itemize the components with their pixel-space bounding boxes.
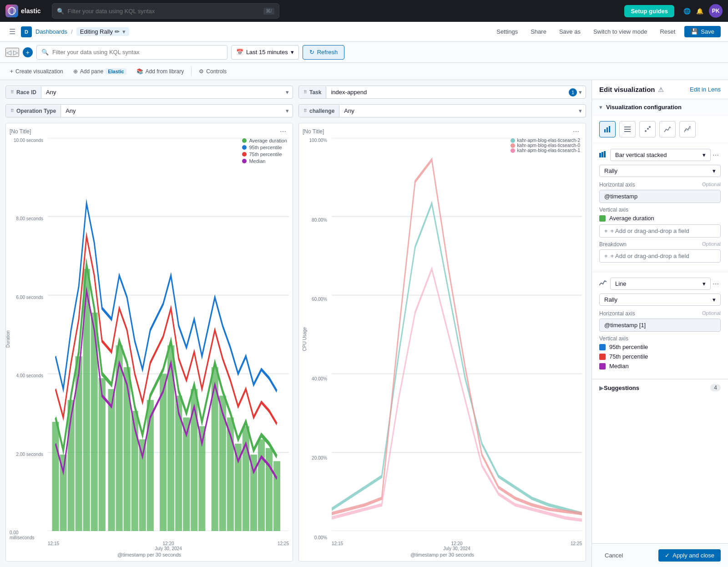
sidebar-toggle-icon[interactable]: ☰ bbox=[7, 25, 17, 38]
calendar-icon: 📅 bbox=[236, 49, 243, 56]
viz-type-list-button[interactable] bbox=[619, 121, 636, 137]
cancel-button[interactable]: Cancel bbox=[599, 549, 628, 562]
task-filter[interactable]: ⠿ Task index-append 1 ▾ bbox=[298, 86, 586, 99]
horizontal-axis-section-2: Horizontal axis Optional @timestamp [1] bbox=[599, 310, 721, 332]
viz-type-area-button[interactable] bbox=[659, 121, 676, 137]
chart-panel-right: [No Title] ⋯ 100.00% 80.00% 60.00% 40.00… bbox=[298, 123, 586, 562]
viz-config-section-header[interactable]: ▾ Visualization configuration bbox=[592, 99, 728, 116]
elastic-badge: Elastic bbox=[106, 68, 126, 75]
global-search-bar[interactable]: 🔍 ⌘/ bbox=[52, 3, 279, 19]
library-icon: 📚 bbox=[136, 68, 143, 75]
y-tick: 8.00 seconds bbox=[16, 216, 44, 221]
race-id-filter[interactable]: ⠿ Race ID Any ▾ bbox=[5, 86, 293, 99]
series-data-source-2[interactable]: Rally ▾ bbox=[599, 294, 721, 306]
apply-close-button[interactable]: ✓ Apply and close bbox=[658, 549, 721, 562]
series-options-button-1[interactable]: ⋯ bbox=[711, 150, 721, 161]
svg-rect-43 bbox=[607, 127, 608, 132]
save-button[interactable]: 💾 Save bbox=[684, 26, 721, 37]
svg-rect-51 bbox=[599, 153, 601, 157]
chart-x-ticks-right: 12:15 12:20 12:25 bbox=[303, 541, 582, 546]
breadcrumb-current: Editing Rally ✏ ▾ bbox=[76, 27, 129, 36]
chart-title-right: [No Title] bbox=[303, 128, 324, 135]
time-picker[interactable]: 📅 Last 15 minutes ▾ bbox=[231, 45, 299, 60]
settings-button[interactable]: Settings bbox=[493, 26, 521, 37]
chart-menu-button-left[interactable]: ⋯ bbox=[277, 127, 289, 136]
svg-rect-25 bbox=[191, 389, 197, 531]
reset-button[interactable]: Reset bbox=[656, 26, 679, 37]
task-label: ⠿ Task bbox=[299, 86, 326, 98]
operation-type-filter[interactable]: ⠿ Operation Type Any ▾ bbox=[5, 104, 293, 117]
add-panel-toolbar-button[interactable]: ⊕ Add pane Elastic bbox=[69, 65, 131, 78]
save-as-button[interactable]: Save as bbox=[556, 26, 584, 37]
setup-guides-button[interactable]: Setup guides bbox=[624, 5, 674, 17]
vertical-axis-label-2: Vertical axis bbox=[599, 335, 721, 342]
viz-type-more-button[interactable] bbox=[679, 121, 696, 137]
svg-rect-14 bbox=[99, 378, 106, 531]
right-panel-header: Edit visualization ⚠ Edit in Lens bbox=[592, 80, 728, 99]
chart-x-ticks-left: 12:15 12:20 12:25 bbox=[10, 541, 289, 546]
horizontal-axis-field-1[interactable]: @timestamp bbox=[599, 190, 721, 203]
breadcrumb-chevron-icon[interactable]: ▾ bbox=[122, 28, 126, 35]
refresh-button[interactable]: ↻ Refresh bbox=[303, 45, 345, 60]
add-breakdown-icon: + bbox=[604, 253, 608, 259]
vertical-metric-item-1: Average duration bbox=[599, 215, 721, 222]
legend-dot bbox=[511, 143, 515, 148]
chart-body-right: 100.00% 80.00% 60.00% 40.00% 20.00% 0.00… bbox=[303, 138, 582, 540]
viz-type-bar-button[interactable] bbox=[599, 121, 616, 137]
vertical-axis-label-1: Vertical axis bbox=[599, 207, 721, 213]
metric-name: Average duration bbox=[609, 215, 654, 222]
nav-icons: 🌐 🔔 PK bbox=[683, 4, 723, 18]
series-block-1: Bar vertical stacked ▾ ⋯ Rally ▾ Horizon… bbox=[592, 143, 728, 272]
add-vertical-field-button-1[interactable]: + + Add or drag-and-drop a field bbox=[599, 224, 721, 238]
series-options-button-2[interactable]: ⋯ bbox=[711, 278, 721, 289]
horizontal-axis-field-2[interactable]: @timestamp [1] bbox=[599, 319, 721, 332]
chart-body-left: 10.00 seconds 8.00 seconds 6.00 seconds … bbox=[10, 138, 289, 540]
bell-icon[interactable]: 🔔 bbox=[696, 8, 703, 15]
challenge-chevron-icon: ▾ bbox=[579, 107, 582, 114]
switch-mode-button[interactable]: Switch to view mode bbox=[590, 26, 651, 37]
add-breakdown-field-button-1[interactable]: + + Add or drag-and-drop a field bbox=[599, 249, 721, 263]
avatar[interactable]: PK bbox=[709, 4, 723, 18]
create-visualization-button[interactable]: + Create visualization bbox=[5, 65, 68, 78]
operation-type-select[interactable]: Any bbox=[61, 105, 286, 117]
breadcrumb-dashboards-link[interactable]: Dashboards bbox=[35, 28, 67, 35]
series-data-source-1[interactable]: Rally ▾ bbox=[599, 165, 721, 177]
dropdown-chevron-icon: ▾ bbox=[703, 280, 706, 287]
race-id-select[interactable]: Any bbox=[41, 86, 286, 98]
legend-label: Median bbox=[249, 158, 265, 164]
suggestions-header[interactable]: ▶ Suggestions 4 bbox=[592, 380, 728, 396]
suggestions-label: Suggestions bbox=[604, 385, 639, 391]
add-icon: ⊕ bbox=[73, 68, 78, 75]
bar-chart-icon bbox=[599, 151, 607, 159]
task-select[interactable]: index-append bbox=[326, 86, 569, 98]
section-chevron-icon: ▾ bbox=[599, 104, 602, 111]
legend-dot bbox=[242, 138, 247, 143]
share-button[interactable]: Share bbox=[527, 26, 550, 37]
kql-input[interactable] bbox=[52, 49, 222, 56]
legend-dot bbox=[511, 148, 515, 153]
panel-toggle-button[interactable]: ◁ ▷ bbox=[5, 48, 19, 57]
section-badge: D bbox=[21, 26, 32, 37]
add-panel-button[interactable]: + bbox=[23, 47, 33, 57]
legend-dot bbox=[242, 145, 247, 150]
kql-filter-bar[interactable]: 🔍 bbox=[36, 45, 228, 60]
svg-rect-23 bbox=[175, 395, 182, 531]
add-library-button[interactable]: 📚 Add from library bbox=[132, 65, 189, 78]
y-tick: 0.00 milliseconds bbox=[10, 530, 43, 540]
challenge-select[interactable]: Any bbox=[339, 105, 579, 117]
global-search-input[interactable] bbox=[68, 8, 260, 15]
edit-in-lens-button[interactable]: Edit in Lens bbox=[690, 86, 721, 93]
metric-item-95th: 95th percentile bbox=[599, 344, 721, 350]
chart-title-left: [No Title] bbox=[10, 128, 31, 135]
controls-button[interactable]: ⚙ Controls bbox=[194, 65, 231, 78]
viz-type-scatter-button[interactable] bbox=[639, 121, 656, 137]
viz-config-title: Visualization configuration bbox=[606, 104, 682, 111]
chart-menu-button-right[interactable]: ⋯ bbox=[570, 127, 582, 136]
challenge-filter[interactable]: ⠿ challenge Any ▾ bbox=[298, 104, 586, 117]
legend-label: 75th percentile bbox=[249, 152, 282, 157]
data-source-chevron-icon-2: ▾ bbox=[713, 296, 716, 303]
drag-handle-icon: ⠿ bbox=[303, 90, 307, 95]
series-type-dropdown-2[interactable]: Line ▾ bbox=[610, 278, 711, 290]
series-type-dropdown-1[interactable]: Bar vertical stacked ▾ bbox=[610, 149, 711, 161]
y-tick: 80.00% bbox=[312, 218, 327, 223]
